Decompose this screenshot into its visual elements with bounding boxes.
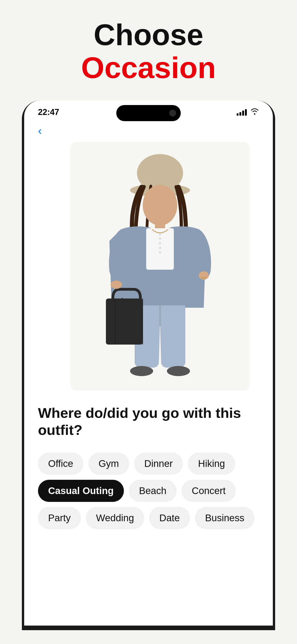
signal-icon bbox=[237, 109, 247, 116]
chip-hiking[interactable]: Hiking bbox=[188, 452, 235, 475]
svg-point-12 bbox=[130, 366, 153, 376]
dynamic-island-dot bbox=[169, 110, 176, 116]
signal-bar-4 bbox=[245, 109, 247, 116]
top-header: Choose Occasion bbox=[0, 0, 297, 98]
chip-casual-outing[interactable]: Casual Outing bbox=[38, 480, 124, 502]
title-choose: Choose bbox=[9, 18, 288, 51]
chip-beach[interactable]: Beach bbox=[129, 480, 176, 502]
chip-office[interactable]: Office bbox=[38, 452, 83, 475]
chip-concert[interactable]: Concert bbox=[182, 480, 236, 502]
wifi-icon bbox=[250, 108, 259, 116]
signal-bar-3 bbox=[242, 110, 244, 116]
svg-rect-14 bbox=[106, 298, 143, 344]
svg-point-8 bbox=[159, 242, 161, 244]
chip-dinner[interactable]: Dinner bbox=[134, 452, 183, 475]
phone-inner: 22:47 bbox=[24, 100, 273, 626]
chip-business[interactable]: Business bbox=[195, 507, 254, 529]
chip-gym[interactable]: Gym bbox=[88, 452, 129, 475]
dynamic-island bbox=[116, 105, 181, 121]
back-button-container: ‹ bbox=[24, 119, 273, 142]
chips-container: OfficeGymDinnerHikingCasual OutingBeachC… bbox=[24, 448, 273, 538]
signal-bar-2 bbox=[240, 112, 241, 116]
phone-frame: 22:47 bbox=[22, 100, 275, 630]
chip-date[interactable]: Date bbox=[149, 507, 190, 529]
question-text: Where do/did you go with this outfit? bbox=[38, 404, 259, 439]
status-bar: 22:47 bbox=[24, 100, 273, 119]
question-section: Where do/did you go with this outfit? bbox=[24, 391, 273, 448]
outfit-image-container bbox=[70, 142, 250, 391]
svg-point-10 bbox=[159, 251, 161, 254]
svg-point-13 bbox=[167, 366, 190, 376]
svg-point-9 bbox=[159, 247, 161, 249]
chip-wedding[interactable]: Wedding bbox=[86, 507, 144, 529]
svg-point-3 bbox=[143, 185, 177, 226]
title-occasion: Occasion bbox=[9, 51, 288, 84]
chip-party[interactable]: Party bbox=[38, 507, 81, 529]
person-figure bbox=[70, 142, 250, 391]
signal-bar-1 bbox=[237, 113, 238, 116]
svg-point-7 bbox=[159, 238, 161, 240]
svg-point-16 bbox=[110, 280, 122, 289]
status-icons bbox=[237, 108, 259, 116]
back-chevron-icon[interactable]: ‹ bbox=[38, 124, 42, 137]
status-time: 22:47 bbox=[38, 107, 59, 117]
